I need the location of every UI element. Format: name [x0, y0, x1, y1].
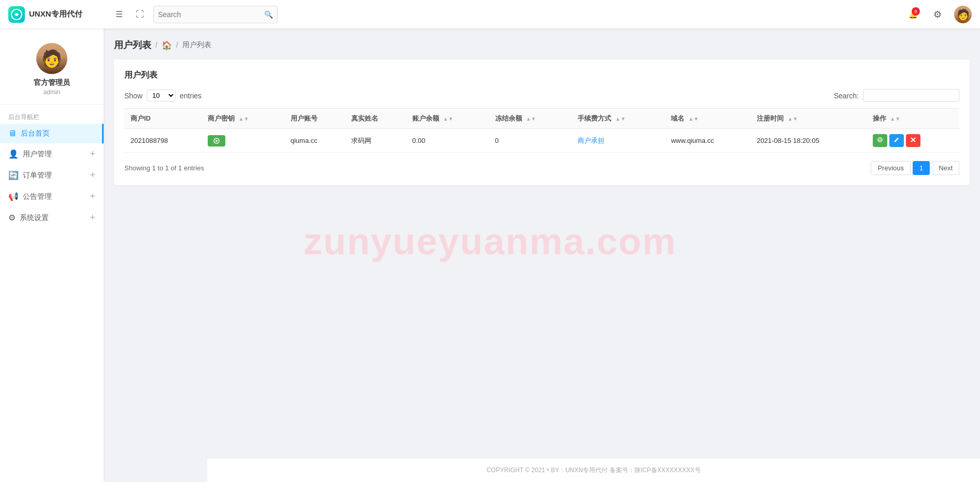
col-balance: 账户余额 ▲▼	[406, 109, 489, 129]
next-button[interactable]: Next	[932, 161, 959, 175]
users-table: 商户ID 商户密钥 ▲▼ 用户账号 真实姓名 账户余额 ▲▼	[124, 108, 959, 153]
sidebar-dashboard-label: 后台首页	[21, 129, 50, 138]
sidebar-users-label: 用户管理	[23, 150, 52, 159]
sidebar-item-settings[interactable]: ⚙ 系统设置 +	[0, 207, 104, 228]
col-domain: 域名 ▲▼	[665, 109, 751, 129]
action-view-button[interactable]	[873, 134, 887, 147]
showing-text: Showing 1 to 1 of 1 entries	[124, 164, 204, 172]
page-1-button[interactable]: 1	[913, 161, 930, 175]
entries-select[interactable]: 10 25 50 100	[147, 90, 176, 101]
breadcrumb: 用户列表 / 🏠 / 用户列表	[114, 39, 970, 51]
search-input[interactable]	[158, 10, 264, 19]
cell-domain: www.qiuma.cc	[665, 129, 751, 153]
dashboard-icon: 🖥	[8, 129, 17, 138]
pagination: Previous 1 Next	[871, 161, 959, 175]
cell-merchant-key	[201, 129, 284, 153]
cell-balance: 0.00	[406, 129, 489, 153]
logo: UNXN专用代付	[8, 6, 112, 23]
sidebar-announcements-label: 公告管理	[23, 192, 52, 201]
svg-point-4	[879, 139, 881, 141]
layout: 🧑 官方管理员 admin 后台导航栏 🖥 后台首页 👤 用户管理 + 🔄 订单…	[0, 28, 980, 482]
merchant-key-button[interactable]	[208, 135, 225, 147]
col-regtime-sort: ▲▼	[788, 116, 798, 122]
col-action: 操作 ▲▼	[867, 109, 959, 129]
col-action-sort: ▲▼	[890, 116, 900, 122]
col-frozen: 冻结余额 ▲▼	[489, 109, 572, 129]
bell-badge: 0	[912, 7, 920, 16]
expand-icon[interactable]: ⛶	[133, 7, 147, 22]
table-row: 2021088798 qiuma.cc 求码网	[124, 129, 959, 153]
sidebar-item-dashboard[interactable]: 🖥 后台首页	[0, 124, 104, 143]
cell-merchant-id: 2021088798	[124, 129, 201, 153]
gear-button[interactable]: ⚙	[929, 6, 946, 23]
orders-icon: 🔄	[8, 170, 19, 180]
avatar-face: 🧑	[954, 6, 972, 23]
cell-reg-time: 2021-08-15 18:20:05	[751, 129, 867, 153]
sidebar-item-left: ⚙ 系统设置	[8, 213, 49, 223]
col-fee-method: 手续费方式 ▲▼	[571, 109, 665, 129]
search-box: 🔍	[153, 6, 278, 23]
table-search-label: Search:	[834, 92, 859, 100]
show-entries: Show 10 25 50 100 entries	[124, 90, 201, 101]
table-search: Search:	[834, 89, 959, 102]
breadcrumb-home-icon[interactable]: 🏠	[162, 40, 172, 50]
search-icon[interactable]: 🔍	[264, 10, 273, 19]
col-frozen-sort: ▲▼	[526, 116, 536, 122]
sidebar-item-orders[interactable]: 🔄 订单管理 +	[0, 165, 104, 186]
sidebar-section-title: 后台导航栏	[0, 109, 104, 124]
orders-expand-icon[interactable]: +	[90, 170, 95, 181]
action-delete-button[interactable]	[906, 134, 920, 147]
action-edit-button[interactable]	[889, 134, 904, 147]
table-search-input[interactable]	[863, 89, 959, 102]
nav-right: 🔔 0 ⚙ 🧑	[904, 6, 972, 23]
sidebar-settings-label: 系统设置	[20, 213, 49, 223]
bell-button[interactable]: 🔔 0	[904, 6, 921, 23]
sidebar-profile: 🧑 官方管理员 admin	[0, 37, 104, 105]
nav-controls: ☰ ⛶ 🔍	[112, 6, 278, 23]
sidebar-item-announcements[interactable]: 📢 公告管理 +	[0, 186, 104, 207]
avatar[interactable]: 🧑	[954, 6, 972, 23]
breadcrumb-current: 用户列表	[182, 40, 211, 50]
col-realname: 真实姓名	[345, 109, 406, 129]
action-buttons	[873, 134, 953, 147]
prev-button[interactable]: Previous	[871, 161, 911, 175]
sidebar-orders-label: 订单管理	[23, 171, 52, 180]
content-area: 用户列表 / 🏠 / 用户列表 用户列表 Show 10 25 50	[104, 28, 980, 458]
footer-text: COPYRIGHT © 2021 • BY：UNXN专用代付 备案号：陕ICP备…	[486, 466, 701, 474]
breadcrumb-sep1: /	[155, 41, 157, 49]
table-header-row: 商户ID 商户密钥 ▲▼ 用户账号 真实姓名 账户余额 ▲▼	[124, 109, 959, 129]
show-label: Show	[124, 92, 142, 100]
cell-frozen: 0	[489, 129, 572, 153]
top-nav: UNXN专用代付 ☰ ⛶ 🔍 🔔 0 ⚙ 🧑	[0, 0, 980, 28]
sidebar-item-left: 🖥 后台首页	[8, 129, 50, 138]
col-fee-sort: ▲▼	[615, 116, 626, 122]
menu-icon[interactable]: ☰	[112, 7, 126, 22]
sidebar: 🧑 官方管理员 admin 后台导航栏 🖥 后台首页 👤 用户管理 + 🔄 订单…	[0, 28, 104, 482]
breadcrumb-title: 用户列表	[114, 39, 151, 51]
sidebar-item-users[interactable]: 👤 用户管理 +	[0, 143, 104, 165]
breadcrumb-sep2: /	[176, 41, 178, 49]
cell-fee-method: 商户承担	[571, 129, 665, 153]
users-expand-icon[interactable]: +	[90, 149, 95, 159]
footer: COPYRIGHT © 2021 • BY：UNXN专用代付 备案号：陕ICP备…	[207, 458, 980, 482]
col-merchant-key: 商户密钥 ▲▼	[201, 109, 284, 129]
cell-realname: 求码网	[345, 129, 406, 153]
sidebar-item-left: 📢 公告管理	[8, 192, 52, 201]
announcements-icon: 📢	[8, 192, 19, 201]
main-content: 用户列表 / 🏠 / 用户列表 用户列表 Show 10 25 50	[104, 28, 980, 482]
main-card: 用户列表 Show 10 25 50 100 entries	[114, 60, 970, 185]
col-reg-time: 注册时间 ▲▼	[751, 109, 867, 129]
col-merchant-id: 商户ID	[124, 109, 201, 129]
sidebar-avatar: 🧑	[36, 43, 67, 74]
settings-expand-icon[interactable]: +	[90, 212, 95, 223]
col-merchant-key-sort: ▲▼	[239, 116, 249, 122]
announcements-expand-icon[interactable]: +	[90, 191, 95, 202]
sidebar-item-left: 👤 用户管理	[8, 149, 52, 159]
col-username: 用户账号	[284, 109, 345, 129]
fee-method-link[interactable]: 商户承担	[578, 137, 604, 144]
logo-icon	[8, 6, 25, 23]
sidebar-username: 官方管理员	[34, 78, 70, 87]
sidebar-role: admin	[44, 89, 61, 96]
entries-label: entries	[180, 92, 201, 100]
col-domain-sort: ▲▼	[688, 116, 699, 122]
